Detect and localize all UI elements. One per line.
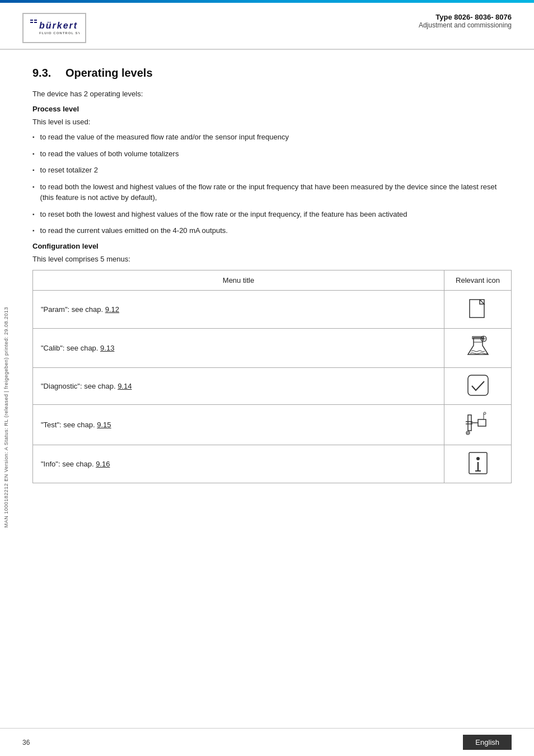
link-9-15[interactable]: 9.15 [97,421,111,429]
table-cell-icon-calib [444,328,512,367]
diagnostic-icon [466,374,490,397]
param-icon [467,296,489,321]
doc-sub: Adjustment and commissioning [419,21,512,29]
table-cell-menu: "Param": see chap. 9.12 [33,290,444,328]
table-col-menu: Menu title [33,270,444,290]
table-cell-menu: "Calib": see chap. 9.13 [33,328,444,367]
header: bürkert FLUID CONTROL SYSTEMS Type 8026-… [0,3,534,50]
svg-text:bürkert: bürkert [39,21,78,30]
info-icon [467,451,489,475]
table-cell-icon-test [444,404,512,445]
bullet-item: to reset both the lowest and highest val… [32,209,512,220]
bullet-item: to reset totalizer 2 [32,165,512,176]
link-9-12[interactable]: 9.12 [105,305,119,314]
process-level-intro: This level is used: [32,118,512,126]
svg-rect-2 [30,22,33,23]
table-row: "Diagnostic": see chap. 9.14 [33,367,512,404]
config-level-heading: Configuration level [32,242,512,250]
footer: 36 English [0,728,534,756]
svg-rect-3 [34,22,37,23]
bullet-item: to read both the lowest and highest valu… [32,181,512,203]
table-row: "Param": see chap. 9.12 [33,290,512,328]
burkert-logo-svg: bürkert FLUID CONTROL SYSTEMS [29,17,79,35]
bullet-item: to read the value of the measured flow r… [32,132,512,143]
sidebar-vertical-text: MAN 1000182212 EN Version: A Status: RL … [0,112,12,722]
table-row: "Calib": see chap. 9.13 [33,328,512,367]
logo-area: bürkert FLUID CONTROL SYSTEMS [22,13,86,43]
bullet-item: to read the values of both volume totali… [32,148,512,160]
header-right: Type 8026- 8036- 8076 Adjustment and com… [419,13,512,29]
config-level-intro: This level comprises 5 menus: [32,255,512,263]
language-button[interactable]: English [463,735,512,750]
bullet-item: to read the current values emitted on th… [32,225,512,236]
calib-icon [466,334,490,360]
table-cell-icon-param [444,290,512,328]
svg-rect-17 [478,419,486,426]
process-level-heading: Process level [32,105,512,113]
table-cell-menu: "Info": see chap. 9.16 [33,445,444,483]
logo-box: bürkert FLUID CONTROL SYSTEMS [22,13,86,43]
section-heading: 9.3. Operating levels [32,67,512,80]
brand-logo: bürkert FLUID CONTROL SYSTEMS [29,17,79,39]
table-row: "Info": see chap. 9.16 [33,445,512,483]
svg-rect-1 [34,20,37,21]
page-number: 36 [22,739,30,746]
config-table: Menu title Relevant icon "Param": see ch… [32,270,512,483]
link-9-14[interactable]: 9.14 [118,382,132,390]
table-cell-menu: "Diagnostic": see chap. 9.14 [33,367,444,404]
link-9-16[interactable]: 9.16 [96,460,110,468]
svg-point-19 [484,412,486,414]
svg-rect-13 [468,415,471,431]
section-number: 9.3. [32,67,51,79]
svg-point-24 [476,457,480,460]
svg-rect-12 [468,375,488,395]
table-row: "Test": see chap. 9.15 [33,404,512,445]
table-cell-icon-info [444,445,512,483]
link-9-13[interactable]: 9.13 [100,344,114,352]
intro-text: The device has 2 operating levels: [32,90,512,98]
table-col-icon: Relevant icon [444,270,512,290]
main-content: 9.3. Operating levels The device has 2 o… [12,50,534,528]
process-bullet-list: to read the value of the measured flow r… [32,132,512,236]
svg-rect-0 [30,20,33,21]
svg-text:FLUID CONTROL SYSTEMS: FLUID CONTROL SYSTEMS [39,31,79,35]
table-cell-menu: "Test": see chap. 9.15 [33,404,444,445]
test-icon [465,410,491,437]
table-cell-icon-diagnostic [444,367,512,404]
doc-type: Type 8026- 8036- 8076 [419,13,512,21]
section-title: Operating levels [65,67,153,79]
